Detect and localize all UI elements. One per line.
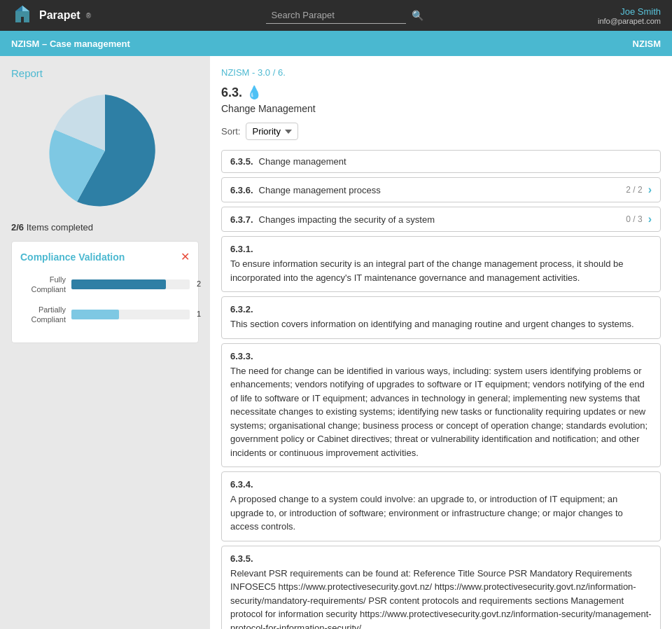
brand-name: Parapet <box>39 9 80 22</box>
item-text-number: 6.3.1. <box>230 244 652 254</box>
item-text-body: The need for change can be identified in… <box>230 364 652 460</box>
subnav-badge: NZISM <box>633 39 661 49</box>
list-item: 6.3.5. Relevant PSR requirements can be … <box>221 546 661 630</box>
sort-row: Sort: Priority ID Status <box>221 123 661 140</box>
bar-label-fully: Fully Compliant <box>20 275 66 295</box>
close-compliance-button[interactable]: ✕ <box>181 250 190 263</box>
item-score: 0 / 3 <box>626 214 642 224</box>
sidebar: Report 2/6 Items completed Compliance Va… <box>0 56 210 629</box>
item-number: 6.3.6. <box>230 185 253 195</box>
compliance-header: Compliance Validation ✕ <box>20 250 190 263</box>
pie-chart-container <box>11 88 199 214</box>
section-number: 6.3. <box>221 85 242 100</box>
completion-suffix: Items completed <box>24 222 93 233</box>
completion-text: 2/6 Items completed <box>11 222 199 233</box>
section-subtitle: Change Management <box>221 103 661 114</box>
top-navigation: Parapet ® 🔍 Joe Smith info@parapet.com <box>0 0 672 31</box>
search-input[interactable] <box>266 7 406 24</box>
completion-count: 2/6 <box>11 222 24 233</box>
bar-count-fully: 2 <box>197 279 201 288</box>
item-text-number: 6.3.3. <box>230 351 652 361</box>
breadcrumb: NZISM - 3.0 / 6. <box>221 67 661 78</box>
sort-select[interactable]: Priority ID Status <box>246 123 298 140</box>
item-text-body: Relevant PSR requirements can be found a… <box>230 567 652 630</box>
breadcrumb-text: NZISM - 3.0 / 6. <box>221 67 286 78</box>
bar-fill-partially <box>71 310 119 319</box>
sub-navigation: NZISM – Case management NZISM <box>0 31 672 56</box>
main-content: NZISM - 3.0 / 6. 6.3. 💧 Change Managemen… <box>210 56 672 629</box>
chevron-right-icon: › <box>648 213 652 226</box>
item-number: 6.3.7. <box>230 214 253 225</box>
sort-label: Sort: <box>221 126 240 137</box>
item-text-body: This section covers information on ident… <box>230 317 652 331</box>
subnav-title: NZISM – Case management <box>11 39 130 49</box>
parapet-logo-icon <box>11 4 34 27</box>
item-text-number: 6.3.4. <box>230 479 652 490</box>
table-row[interactable]: 6.3.7. Changes impacting the security of… <box>221 207 661 232</box>
item-text-number: 6.3.2. <box>230 304 652 314</box>
items-container: 6.3.5. Change management 6.3.6. Change m… <box>221 150 661 629</box>
item-score: 2 / 2 <box>626 185 642 195</box>
table-row[interactable]: 6.3.5. Change management <box>221 150 661 173</box>
list-item: 6.3.1. To ensure information security is… <box>221 236 661 292</box>
search-area: 🔍 <box>266 7 424 24</box>
item-text-number: 6.3.5. <box>230 553 652 564</box>
user-email: info@parapet.com <box>598 17 661 25</box>
item-text-body: To ensure information security is an int… <box>230 257 652 284</box>
user-name: Joe Smith <box>598 6 661 17</box>
bar-fill-fully <box>71 279 166 289</box>
list-item: 6.3.4. A proposed change to a system cou… <box>221 471 661 541</box>
item-title: Change management <box>259 156 652 167</box>
item-number: 6.3.5. <box>230 156 253 167</box>
bar-track-fully: 2 <box>71 279 190 289</box>
main-layout: Report 2/6 Items completed Compliance Va… <box>0 56 672 629</box>
bar-count-partially: 1 <box>197 310 201 318</box>
table-row[interactable]: 6.3.6. Change management process 2 / 2 › <box>221 177 661 202</box>
item-title: Change management process <box>259 185 626 195</box>
report-title: Report <box>11 67 199 79</box>
pie-chart <box>42 88 168 214</box>
search-icon[interactable]: 🔍 <box>412 10 424 21</box>
bar-track-partially: 1 <box>71 310 190 319</box>
brand-logo: Parapet ® <box>11 4 91 27</box>
item-text-body: A proposed change to a system could invo… <box>230 492 652 534</box>
compliance-title: Compliance Validation <box>20 251 125 263</box>
chevron-right-icon: › <box>648 184 652 196</box>
water-drop-icon: 💧 <box>246 85 262 100</box>
bar-row-partially-compliant: Partially Compliant 1 <box>20 305 190 325</box>
section-header: 6.3. 💧 <box>221 85 661 100</box>
compliance-validation-box: Compliance Validation ✕ Fully Compliant … <box>11 241 199 343</box>
list-item: 6.3.3. The need for change can be identi… <box>221 343 661 468</box>
brand-trademark: ® <box>86 12 91 20</box>
bar-row-fully-compliant: Fully Compliant 2 <box>20 275 190 295</box>
bar-label-partially: Partially Compliant <box>20 305 66 325</box>
list-item: 6.3.2. This section covers information o… <box>221 296 661 339</box>
user-info: Joe Smith info@parapet.com <box>598 6 661 25</box>
item-title: Changes impacting the security of a syst… <box>259 214 626 225</box>
